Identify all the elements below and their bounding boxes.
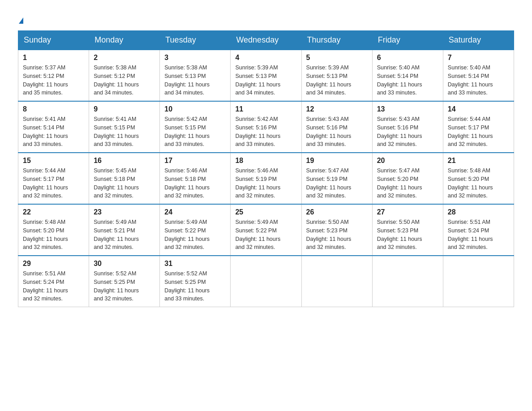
calendar-day-cell: 27 Sunrise: 5:50 AM Sunset: 5:23 PM Dayl…: [372, 204, 443, 256]
day-number: 25: [235, 208, 296, 216]
calendar-day-cell: 21 Sunrise: 5:48 AM Sunset: 5:20 PM Dayl…: [443, 153, 514, 204]
calendar-day-cell: [372, 256, 443, 307]
day-info: Sunrise: 5:47 AM Sunset: 5:20 PM Dayligh…: [377, 167, 438, 200]
page-header: [18, 13, 514, 26]
day-number: 12: [306, 105, 368, 113]
calendar-header-thursday: Thursday: [301, 31, 372, 50]
day-info: Sunrise: 5:51 AM Sunset: 5:24 PM Dayligh…: [448, 218, 509, 252]
day-info: Sunrise: 5:43 AM Sunset: 5:16 PM Dayligh…: [306, 115, 368, 149]
day-info: Sunrise: 5:42 AM Sunset: 5:16 PM Dayligh…: [235, 115, 296, 149]
day-number: 28: [448, 208, 509, 216]
calendar-day-cell: 5 Sunrise: 5:39 AM Sunset: 5:13 PM Dayli…: [301, 50, 372, 101]
calendar-day-cell: 15 Sunrise: 5:44 AM Sunset: 5:17 PM Dayl…: [18, 153, 89, 204]
day-info: Sunrise: 5:37 AM Sunset: 5:12 PM Dayligh…: [23, 64, 84, 97]
day-number: 18: [235, 157, 296, 165]
day-number: 19: [306, 157, 368, 165]
day-info: Sunrise: 5:52 AM Sunset: 5:25 PM Dayligh…: [164, 270, 226, 303]
calendar-day-cell: 23 Sunrise: 5:49 AM Sunset: 5:21 PM Dayl…: [89, 204, 160, 256]
day-number: 4: [235, 54, 296, 62]
calendar-header-saturday: Saturday: [443, 31, 514, 50]
day-number: 15: [23, 157, 84, 165]
day-number: 6: [377, 54, 438, 62]
day-info: Sunrise: 5:48 AM Sunset: 5:20 PM Dayligh…: [23, 218, 84, 252]
calendar-week-row: 15 Sunrise: 5:44 AM Sunset: 5:17 PM Dayl…: [18, 153, 514, 204]
day-number: 9: [94, 105, 155, 113]
day-number: 20: [377, 157, 438, 165]
day-info: Sunrise: 5:51 AM Sunset: 5:24 PM Dayligh…: [23, 270, 84, 303]
calendar-day-cell: 26 Sunrise: 5:50 AM Sunset: 5:23 PM Dayl…: [301, 204, 372, 256]
day-number: 11: [235, 105, 296, 113]
logo-top-row: [18, 13, 23, 26]
day-number: 3: [164, 54, 226, 62]
calendar-week-row: 8 Sunrise: 5:41 AM Sunset: 5:14 PM Dayli…: [18, 101, 514, 153]
day-info: Sunrise: 5:38 AM Sunset: 5:13 PM Dayligh…: [164, 64, 226, 97]
day-info: Sunrise: 5:44 AM Sunset: 5:17 PM Dayligh…: [23, 167, 84, 200]
day-number: 23: [94, 208, 155, 216]
day-info: Sunrise: 5:49 AM Sunset: 5:21 PM Dayligh…: [94, 218, 155, 252]
calendar-day-cell: 25 Sunrise: 5:49 AM Sunset: 5:22 PM Dayl…: [231, 204, 301, 256]
calendar-header-sunday: Sunday: [18, 31, 89, 50]
day-number: 22: [23, 208, 84, 216]
calendar-header-tuesday: Tuesday: [160, 31, 231, 50]
calendar-day-cell: 11 Sunrise: 5:42 AM Sunset: 5:16 PM Dayl…: [231, 101, 301, 153]
calendar-day-cell: 30 Sunrise: 5:52 AM Sunset: 5:25 PM Dayl…: [89, 256, 160, 307]
day-number: 16: [94, 157, 155, 165]
calendar-day-cell: 19 Sunrise: 5:47 AM Sunset: 5:19 PM Dayl…: [301, 153, 372, 204]
logo-triangle-icon: [19, 17, 23, 24]
calendar-day-cell: 16 Sunrise: 5:45 AM Sunset: 5:18 PM Dayl…: [89, 153, 160, 204]
day-info: Sunrise: 5:43 AM Sunset: 5:16 PM Dayligh…: [377, 115, 438, 149]
day-info: Sunrise: 5:46 AM Sunset: 5:19 PM Dayligh…: [235, 167, 296, 200]
day-number: 24: [164, 208, 226, 216]
logo: [18, 13, 23, 26]
calendar-header-monday: Monday: [89, 31, 160, 50]
day-number: 13: [377, 105, 438, 113]
day-info: Sunrise: 5:47 AM Sunset: 5:19 PM Dayligh…: [306, 167, 368, 200]
calendar-day-cell: 14 Sunrise: 5:44 AM Sunset: 5:17 PM Dayl…: [443, 101, 514, 153]
day-info: Sunrise: 5:46 AM Sunset: 5:18 PM Dayligh…: [164, 167, 226, 200]
calendar-table: SundayMondayTuesdayWednesdayThursdayFrid…: [18, 30, 514, 307]
day-info: Sunrise: 5:45 AM Sunset: 5:18 PM Dayligh…: [94, 167, 155, 200]
calendar-day-cell: [301, 256, 372, 307]
calendar-day-cell: [443, 256, 514, 307]
calendar-day-cell: 17 Sunrise: 5:46 AM Sunset: 5:18 PM Dayl…: [160, 153, 231, 204]
day-number: 31: [164, 260, 226, 268]
calendar-day-cell: 4 Sunrise: 5:39 AM Sunset: 5:13 PM Dayli…: [231, 50, 301, 101]
calendar-day-cell: 10 Sunrise: 5:42 AM Sunset: 5:15 PM Dayl…: [160, 101, 231, 153]
calendar-day-cell: 29 Sunrise: 5:51 AM Sunset: 5:24 PM Dayl…: [18, 256, 89, 307]
calendar-header-row: SundayMondayTuesdayWednesdayThursdayFrid…: [18, 31, 514, 50]
day-number: 26: [306, 208, 368, 216]
calendar-week-row: 22 Sunrise: 5:48 AM Sunset: 5:20 PM Dayl…: [18, 204, 514, 256]
day-info: Sunrise: 5:42 AM Sunset: 5:15 PM Dayligh…: [164, 115, 226, 149]
calendar-day-cell: 1 Sunrise: 5:37 AM Sunset: 5:12 PM Dayli…: [18, 50, 89, 101]
day-info: Sunrise: 5:39 AM Sunset: 5:13 PM Dayligh…: [235, 64, 296, 97]
calendar-day-cell: 7 Sunrise: 5:40 AM Sunset: 5:14 PM Dayli…: [443, 50, 514, 101]
day-number: 5: [306, 54, 368, 62]
day-number: 30: [94, 260, 155, 268]
day-info: Sunrise: 5:50 AM Sunset: 5:23 PM Dayligh…: [306, 218, 368, 252]
calendar-day-cell: 12 Sunrise: 5:43 AM Sunset: 5:16 PM Dayl…: [301, 101, 372, 153]
day-info: Sunrise: 5:44 AM Sunset: 5:17 PM Dayligh…: [448, 115, 509, 149]
day-number: 8: [23, 105, 84, 113]
calendar-day-cell: 28 Sunrise: 5:51 AM Sunset: 5:24 PM Dayl…: [443, 204, 514, 256]
calendar-day-cell: 9 Sunrise: 5:41 AM Sunset: 5:15 PM Dayli…: [89, 101, 160, 153]
day-number: 29: [23, 260, 84, 268]
calendar-header-friday: Friday: [372, 31, 443, 50]
calendar-day-cell: 13 Sunrise: 5:43 AM Sunset: 5:16 PM Dayl…: [372, 101, 443, 153]
day-number: 21: [448, 157, 509, 165]
calendar-day-cell: 31 Sunrise: 5:52 AM Sunset: 5:25 PM Dayl…: [160, 256, 231, 307]
day-number: 2: [94, 54, 155, 62]
day-info: Sunrise: 5:52 AM Sunset: 5:25 PM Dayligh…: [94, 270, 155, 303]
day-number: 7: [448, 54, 509, 62]
calendar-day-cell: 22 Sunrise: 5:48 AM Sunset: 5:20 PM Dayl…: [18, 204, 89, 256]
calendar-week-row: 29 Sunrise: 5:51 AM Sunset: 5:24 PM Dayl…: [18, 256, 514, 307]
calendar-week-row: 1 Sunrise: 5:37 AM Sunset: 5:12 PM Dayli…: [18, 50, 514, 101]
calendar-day-cell: 2 Sunrise: 5:38 AM Sunset: 5:12 PM Dayli…: [89, 50, 160, 101]
calendar-day-cell: 20 Sunrise: 5:47 AM Sunset: 5:20 PM Dayl…: [372, 153, 443, 204]
day-info: Sunrise: 5:49 AM Sunset: 5:22 PM Dayligh…: [164, 218, 226, 252]
day-number: 17: [164, 157, 226, 165]
day-number: 14: [448, 105, 509, 113]
day-info: Sunrise: 5:40 AM Sunset: 5:14 PM Dayligh…: [448, 64, 509, 97]
day-number: 1: [23, 54, 84, 62]
calendar-day-cell: 24 Sunrise: 5:49 AM Sunset: 5:22 PM Dayl…: [160, 204, 231, 256]
day-number: 10: [164, 105, 226, 113]
